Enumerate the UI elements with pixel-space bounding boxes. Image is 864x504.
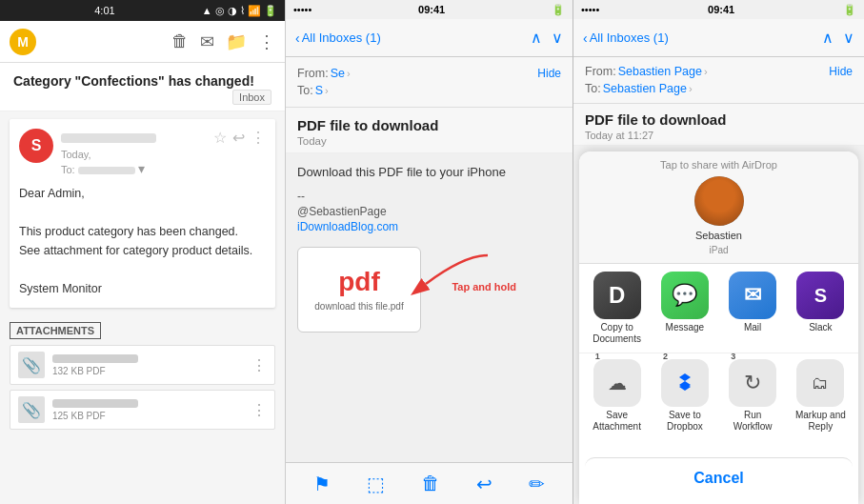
share-sheet: Tap to share with AirDrop Sebastien iPad…: [579, 151, 858, 504]
ios-back-button[interactable]: ‹ All Inboxes (1): [295, 30, 381, 46]
ios-sig-link[interactable]: iDownloadBlog.com: [297, 220, 561, 233]
ios-to-value[interactable]: S: [315, 84, 323, 97]
attachment-row-1[interactable]: 📎 132 KB PDF ⋮: [10, 345, 275, 385]
ios-trash-icon[interactable]: 🗑: [421, 473, 440, 494]
action-number-2: 2: [663, 352, 668, 361]
ios-mail-panel: ••••• 09:41 🔋 ‹ All Inboxes (1) ∧ ∨ From…: [286, 0, 573, 504]
action-run-workflow[interactable]: 3 ↻ Run Workflow: [723, 359, 782, 433]
android-folder-icon[interactable]: 📁: [226, 31, 247, 52]
ios3-from-label: From:: [585, 65, 616, 78]
action-save-dropbox[interactable]: 2 Save to Dropbox: [655, 359, 714, 433]
ios-pdf-box[interactable]: pdf download this file.pdf: [297, 247, 421, 333]
ios-share-panel: ••••• 09:41 🔋 ‹ All Inboxes (1) ∧ ∨ From…: [573, 0, 864, 504]
android-gmail-logo: M: [10, 29, 36, 55]
ios-email-subject: PDF file to download: [297, 117, 561, 133]
ios-nav-arrows: ∧ ∨: [531, 29, 563, 47]
ios-subject-area: PDF file to download Today: [286, 108, 573, 153]
ios-reply-icon[interactable]: ↩: [476, 473, 492, 495]
copy-docs-icon: D: [593, 272, 641, 319]
ios3-up-arrow[interactable]: ∧: [822, 29, 834, 47]
ios-status-bar: ••••• 09:41 🔋: [286, 0, 573, 19]
ios-to-row: To: S ›: [297, 82, 561, 99]
more-icon[interactable]: ⋮: [251, 129, 266, 147]
android-mail-icon[interactable]: ✉: [200, 31, 214, 52]
ios-hide-button[interactable]: Hide: [537, 67, 561, 80]
workflow-label: Run Workflow: [723, 410, 782, 433]
share-app-mail[interactable]: ✉ Mail: [723, 272, 782, 345]
ios-back-chevron: ‹: [295, 30, 300, 46]
cancel-button[interactable]: Cancel: [585, 457, 853, 498]
ios3-from-chevron: ›: [704, 66, 708, 77]
star-icon[interactable]: ☆: [213, 129, 227, 147]
ios3-time: 09:41: [708, 4, 734, 15]
attachment-name-col-2: 125 KB PDF: [52, 399, 244, 421]
ios3-from-value[interactable]: Sebastien Page: [618, 65, 702, 78]
attachment-size-1: 132 KB PDF: [52, 366, 244, 376]
ios3-to-value[interactable]: Sebastien Page: [603, 82, 687, 95]
attachment-row-2[interactable]: 📎 125 KB PDF ⋮: [10, 390, 275, 430]
android-trash-icon[interactable]: 🗑: [171, 31, 189, 51]
ios-from-label: From:: [297, 67, 329, 80]
ios-up-arrow[interactable]: ∧: [531, 29, 542, 47]
ios-pdf-sublabel: download this file.pdf: [314, 301, 403, 312]
to-value: [78, 167, 135, 174]
save-attachment-label: Save Attachment: [588, 410, 647, 433]
email-subject: Category "Confections" has changed!: [13, 73, 254, 89]
tap-hold-arrow-svg: [407, 246, 502, 303]
message-label: Message: [666, 322, 705, 333]
action-save-attachment[interactable]: 1 ☁ Save Attachment: [588, 359, 647, 433]
share-apps-row: D Copy to Documents 💬 Message ✉ Mail S S…: [585, 272, 853, 345]
reply-icon[interactable]: ↩: [232, 129, 245, 147]
share-app-copy-docs[interactable]: D Copy to Documents: [588, 272, 647, 345]
ios-sig-handle: --: [297, 190, 561, 203]
expand-arrow[interactable]: ▾: [138, 161, 145, 176]
message-icon: 💬: [661, 272, 709, 319]
ios3-back-chevron: ‹: [583, 30, 588, 46]
ios-email-header: From: Se › Hide To: S ›: [286, 57, 573, 108]
action-number-1: 1: [595, 352, 600, 361]
tap-hold-label: Tap and hold: [452, 281, 516, 292]
attachment-more-1[interactable]: ⋮: [251, 356, 267, 374]
ios3-down-arrow[interactable]: ∨: [843, 29, 854, 47]
save-attach-icon-wrap: 1 ☁: [593, 359, 641, 407]
ios-status-dots: •••••: [293, 4, 311, 15]
ios-body-text: Download this PDF file to your iPhone: [297, 163, 561, 182]
share-app-message[interactable]: 💬 Message: [655, 272, 714, 345]
airdrop-avatar-face: [694, 176, 744, 226]
android-toolbar: M 🗑 ✉ 📁 ⋮: [0, 21, 285, 63]
share-app-slack[interactable]: S Slack: [791, 272, 850, 345]
android-more-icon[interactable]: ⋮: [258, 31, 275, 52]
ios-from-row: From: Se › Hide: [297, 65, 561, 82]
ios-folder-icon[interactable]: ⬚: [367, 473, 385, 495]
ios3-battery: 🔋: [843, 4, 856, 16]
ios3-nav-arrows: ∧ ∨: [822, 29, 854, 47]
ios3-dots: •••••: [581, 4, 599, 15]
ios-nav-bar: ‹ All Inboxes (1) ∧ ∨: [286, 19, 573, 57]
airdrop-person[interactable]: Sebastien iPad: [587, 176, 851, 255]
action-number-3: 3: [731, 352, 735, 361]
ios-down-arrow[interactable]: ∨: [552, 29, 563, 47]
sender-row: ☆ ↩ ⋮: [61, 129, 266, 147]
body-line2: See attachment for category product deta…: [19, 241, 266, 260]
ios-from-value[interactable]: Se: [331, 67, 345, 80]
ios3-to-label: To:: [585, 82, 601, 95]
attachment-name-bar-1: [52, 354, 138, 363]
slack-icon: S: [796, 272, 844, 319]
ios-from-chevron: ›: [347, 68, 351, 79]
ios-flag-icon[interactable]: ⚑: [313, 473, 331, 495]
attachment-more-2[interactable]: ⋮: [251, 401, 267, 419]
share-apps-section: D Copy to Documents 💬 Message ✉ Mail S S…: [579, 264, 858, 353]
workflow-icon-wrap: 3 ↻: [729, 359, 776, 407]
body-line1: This product category has been changed.: [19, 222, 266, 241]
ios3-email-header: From: Sebastien Page › Hide To: Sebastie…: [573, 57, 864, 104]
ios-time: 09:41: [418, 4, 445, 15]
ios3-hide-btn[interactable]: Hide: [829, 65, 853, 78]
attachment-icon-2: 📎: [18, 396, 45, 423]
email-subject-bar: Category "Confections" has changed! Inbo…: [0, 63, 285, 111]
action-markup-reply[interactable]: 🗂 Markup and Reply: [791, 359, 850, 433]
ios3-back-button[interactable]: ‹ All Inboxes (1): [583, 30, 669, 46]
ios-compose-icon[interactable]: ✏: [529, 473, 545, 495]
dropbox-icon-wrap: 2: [661, 359, 709, 407]
ios-pdf-icon: pdf: [338, 267, 380, 297]
airdrop-person-name: Sebastien: [695, 230, 742, 241]
